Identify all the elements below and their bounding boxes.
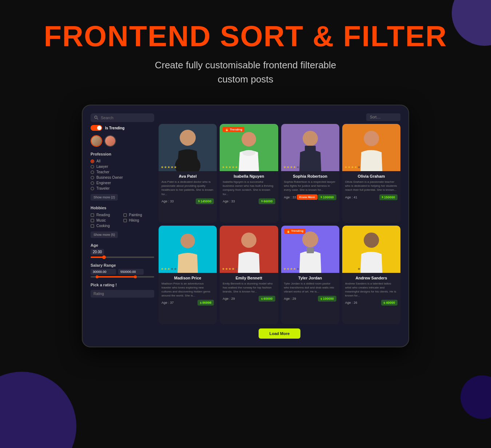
- card-body: Ava Patel Ava Patel is a dedicated docto…: [159, 171, 217, 223]
- star: ★: [351, 165, 354, 169]
- star: ★: [283, 165, 286, 169]
- card-name: Olivia Graham: [345, 174, 398, 178]
- star: ★: [164, 165, 167, 169]
- hobby-reading[interactable]: Reading: [91, 213, 122, 217]
- avatar-2[interactable]: [104, 135, 116, 147]
- trending-badge: 🔥 Trending: [284, 229, 306, 234]
- star: ★: [351, 267, 354, 271]
- person-card-madison-price: ★ ★ ★ ★★ Madison Price Madison Price is …: [159, 226, 217, 324]
- profession-option-engineer[interactable]: Engineer: [91, 181, 154, 185]
- device-frame: Is Trending Profession All: [82, 105, 409, 347]
- card-image: ★ ★ ★ ★ ★: [220, 226, 278, 273]
- age-slider[interactable]: [91, 257, 154, 258]
- svg-point-6: [241, 132, 256, 146]
- header: FRONTEND SORT & FILTER Create fully cust…: [0, 0, 491, 97]
- cards-grid: ★ ★ ★ ★ ★ Ava Patel Ava Patel is a dedic…: [159, 124, 400, 324]
- person-card-emily-bennett: ★ ★ ★ ★ ★ Emily Bennett Emily Bennett is…: [220, 226, 278, 324]
- salary-inputs-row: [91, 269, 154, 275]
- card-image: 🔥 Trending ★ ★ ★ ★ ★: [281, 226, 339, 273]
- stars-row: ★ ★ ★ ★ ★: [283, 267, 299, 271]
- stars-row: ★ ★ ★ ★ ★: [344, 267, 360, 271]
- svg-rect-10: [305, 146, 316, 153]
- sort-select[interactable]: Sort.... Name A-Z Name Z-A Salary High-L…: [366, 113, 400, 121]
- show-more-hobbies-button[interactable]: Show more (5): [91, 231, 118, 238]
- page-title: FRONTEND SORT & FILTER: [0, 22, 491, 51]
- trending-toggle-switch[interactable]: [91, 125, 102, 131]
- hobbies-grid: Reading Painting Music Hiking Cooking: [91, 213, 154, 228]
- card-age: Age : 29: [223, 297, 235, 300]
- hobby-hiking[interactable]: Hiking: [123, 218, 155, 222]
- card-footer: Age : 33 $ 145000: [161, 198, 214, 204]
- age-slider-thumb[interactable]: [102, 255, 106, 259]
- hobby-cooking[interactable]: Cooking: [91, 224, 122, 228]
- card-image: ★ ★ ★ ★ ★: [281, 124, 339, 171]
- card-age: Age : 41: [345, 195, 358, 199]
- avatar-1[interactable]: [91, 135, 102, 147]
- decoration-blob-bottom-right: [460, 375, 491, 419]
- svg-point-12: [364, 131, 379, 146]
- star: ★: [228, 267, 231, 271]
- dollar-sign: $: [200, 301, 201, 304]
- star: ★: [354, 165, 357, 169]
- card-description: Olivia Graham is a passionate teacher wh…: [345, 180, 398, 192]
- hobby-painting[interactable]: Painting: [123, 213, 155, 217]
- star-empty: ★: [171, 267, 173, 271]
- hobby-music[interactable]: Music: [91, 218, 122, 222]
- star: ★: [354, 267, 357, 271]
- card-name: Tyler Jordan: [284, 276, 336, 280]
- card-image: ★ ★ ★ ★ ★: [342, 226, 400, 273]
- star: ★: [235, 165, 238, 169]
- star: ★: [225, 165, 228, 169]
- stars-row: ★ ★ ★ ★ ★: [344, 165, 360, 169]
- card-image: 🔥 Trending ★ ★ ★ ★ ★: [220, 124, 278, 171]
- fire-icon: 🔥: [286, 229, 290, 233]
- fire-icon: 🔥: [225, 128, 229, 131]
- card-image-bg: [159, 226, 217, 273]
- show-more-profession-button[interactable]: Show more (2): [91, 194, 118, 201]
- star: ★: [167, 165, 170, 169]
- card-name: Madison Price: [161, 276, 214, 280]
- svg-point-16: [241, 233, 256, 248]
- age-section: Age 20.00: [91, 241, 154, 258]
- card-image-bg: [159, 124, 217, 171]
- salary-max-input[interactable]: [118, 269, 144, 275]
- card-age: Age : 33: [284, 195, 296, 199]
- svg-point-14: [180, 234, 195, 248]
- card-name: Emily Bennett: [223, 276, 275, 280]
- card-body: Emily Bennett Emily Bennett is a stunnin…: [220, 273, 278, 324]
- star: ★: [293, 165, 296, 169]
- card-body: Tyler Jordan Tyler Jordan is a skilled r…: [281, 273, 339, 324]
- profession-option-traveler[interactable]: Traveler: [91, 186, 154, 190]
- svg-point-7: [242, 150, 255, 156]
- search-bar[interactable]: [91, 113, 154, 122]
- card-age: Age : 33: [223, 199, 235, 203]
- card-description: Ava Patel is a dedicated doctor who is p…: [161, 180, 214, 196]
- salary-value: 66000: [263, 199, 272, 203]
- search-input[interactable]: [101, 116, 151, 120]
- salary-thumb-left[interactable]: [96, 275, 99, 278]
- svg-point-0: [95, 116, 97, 118]
- radio-teacher: [91, 170, 94, 174]
- profession-option-lawyer[interactable]: Lawyer: [91, 165, 154, 169]
- salary-slider[interactable]: [91, 276, 154, 278]
- profession-option-teacher[interactable]: Teacher: [91, 170, 154, 174]
- svg-point-9: [303, 131, 318, 146]
- star: ★: [161, 267, 164, 271]
- know-more-button[interactable]: Know More: [297, 194, 318, 200]
- profession-option-all[interactable]: All: [91, 159, 154, 163]
- card-body: Isabella Nguyen Isabella Nguyen is a suc…: [220, 171, 278, 223]
- stars-row: ★ ★ ★ ★ ★: [222, 267, 238, 271]
- star: ★: [228, 165, 231, 169]
- salary-value: 60000: [263, 297, 272, 300]
- star: ★: [174, 165, 177, 169]
- star: ★: [344, 267, 347, 271]
- star: ★: [287, 165, 290, 169]
- load-more-button[interactable]: Load More: [259, 328, 301, 339]
- salary-min-input[interactable]: [91, 269, 116, 275]
- salary-thumb-right[interactable]: [134, 275, 137, 278]
- card-salary: $ 86998: [197, 300, 214, 306]
- profession-option-business-owner[interactable]: Business Owner: [91, 175, 154, 179]
- rating-select[interactable]: Rating 1 Star 2 Stars 3 Stars 4 Stars 5 …: [91, 290, 154, 298]
- star: ★: [293, 267, 296, 271]
- person-card-ava-patel: ★ ★ ★ ★ ★ Ava Patel Ava Patel is a dedic…: [159, 124, 217, 223]
